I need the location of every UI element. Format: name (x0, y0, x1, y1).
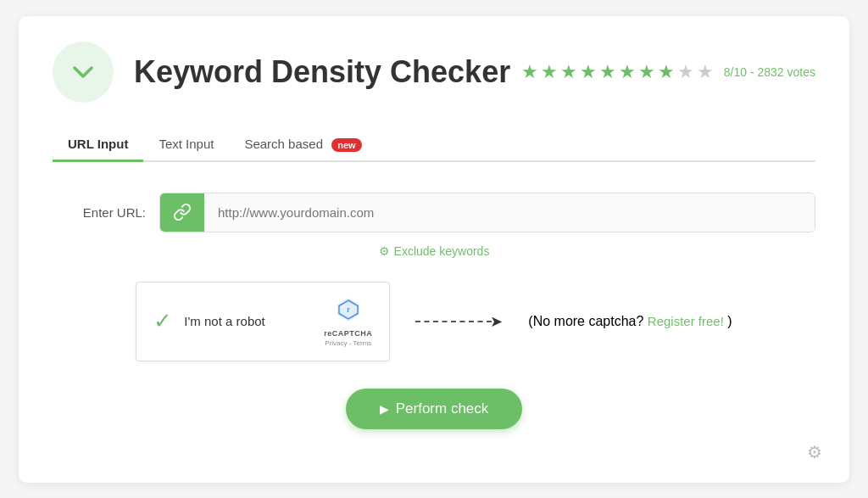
url-label: Enter URL: (53, 205, 146, 220)
star-7: ★ (638, 61, 655, 83)
play-icon: ▶ (380, 402, 389, 416)
dashed-line (415, 321, 492, 322)
star-3: ★ (560, 61, 577, 83)
register-link[interactable]: Register free! (648, 314, 724, 328)
recaptcha-icon: r (335, 296, 362, 327)
tab-search-based[interactable]: Search based new (229, 128, 376, 162)
no-captcha-text: (No more captcha? (528, 314, 643, 328)
url-input-wrapper (159, 193, 815, 232)
chevron-down-icon (70, 59, 97, 86)
rating-area: ★ ★ ★ ★ ★ ★ ★ ★ ★ ★ 8/10 - 2832 votes (521, 61, 815, 83)
url-icon-button[interactable] (160, 193, 204, 232)
main-card: Keyword Density Checker ★ ★ ★ ★ ★ ★ ★ ★ … (19, 16, 849, 483)
svg-text:r: r (347, 305, 350, 314)
stars: ★ ★ ★ ★ ★ ★ ★ ★ ★ ★ (521, 61, 714, 83)
header: Keyword Density Checker ★ ★ ★ ★ ★ ★ ★ ★ … (53, 42, 815, 103)
checkmark-icon: ✓ (153, 308, 172, 334)
recaptcha-label: reCAPTCHA (324, 329, 372, 338)
star-10: ★ (697, 61, 714, 83)
tab-url-input[interactable]: URL Input (53, 128, 143, 162)
captcha-right: r reCAPTCHA Privacy - Terms (324, 296, 372, 347)
form-area: Enter URL: ⚙ Exclude keywords ✓ (53, 193, 815, 429)
arrow-head-icon: ➤ (490, 312, 503, 331)
gear-small-icon: ⚙ (379, 244, 390, 258)
new-badge: new (331, 138, 361, 152)
star-6: ★ (619, 61, 636, 83)
star-2: ★ (541, 61, 558, 83)
no-captcha-area: (No more captcha? Register free! ) (528, 314, 732, 329)
star-9: ★ (677, 61, 694, 83)
captcha-box[interactable]: ✓ I'm not a robot r reCAPTCHA Privacy (136, 282, 390, 361)
captcha-left: ✓ I'm not a robot (153, 308, 264, 334)
recaptcha-links: Privacy - Terms (325, 339, 371, 347)
star-1: ★ (521, 61, 538, 83)
url-row: Enter URL: (53, 193, 815, 232)
settings-corner-icon: ⚙ (807, 442, 822, 462)
tabs-bar: URL Input Text Input Search based new (53, 128, 815, 162)
captcha-label: I'm not a robot (184, 314, 264, 328)
link-icon (173, 203, 192, 221)
tab-text-input[interactable]: Text Input (143, 128, 229, 162)
perform-check-label: Perform check (396, 400, 489, 417)
dashed-arrow: ➤ (415, 312, 503, 331)
rating-text: 8/10 - 2832 votes (724, 65, 815, 79)
perform-check-button[interactable]: ▶ Perform check (346, 389, 523, 429)
page-title: Keyword Density Checker (134, 54, 521, 90)
no-captcha-closing: ) (727, 314, 732, 328)
captcha-row: ✓ I'm not a robot r reCAPTCHA Privacy (136, 282, 732, 361)
url-input[interactable] (204, 193, 815, 232)
star-4: ★ (580, 61, 597, 83)
star-5: ★ (599, 61, 616, 83)
star-8: ★ (658, 61, 675, 83)
exclude-keywords-link[interactable]: ⚙ Exclude keywords (379, 244, 490, 258)
header-icon (53, 42, 114, 103)
